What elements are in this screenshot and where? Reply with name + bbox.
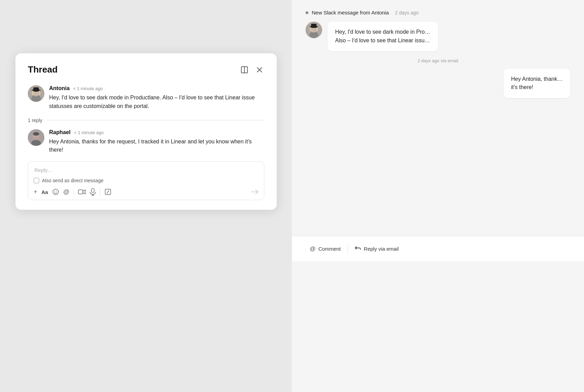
toolbar-middle-group [78, 188, 96, 196]
reply-via-email-label: Reply via email [364, 246, 399, 252]
message-raphael-meta: Raphael < 1 minute ago [49, 129, 264, 135]
reply-count: 1 reply [28, 118, 42, 123]
at-icon: @ [310, 246, 316, 252]
reply-via-email-button[interactable]: Reply via email [351, 242, 403, 255]
raphael-name: Raphael [49, 129, 70, 135]
message-antonia-content: Antonia < 1 minute ago Hey, I'd love to … [49, 85, 264, 111]
notification-text: New Slack message from Antonia [312, 10, 389, 15]
mention-icon[interactable]: @ [63, 188, 69, 196]
right-panel: New Slack message from Antonia 2 days ag… [292, 0, 584, 392]
svg-point-30 [310, 27, 311, 32]
message-antonia: Antonia < 1 minute ago Hey, I'd love to … [28, 85, 264, 111]
comment-label: Comment [318, 246, 341, 252]
message-antonia-meta: Antonia < 1 minute ago [49, 85, 264, 91]
toolbar-divider-1 [74, 188, 74, 195]
svg-point-14 [33, 132, 39, 135]
reply-line [46, 120, 264, 120]
reply-checkbox-row: Also send as direct message [34, 178, 258, 183]
svg-point-15 [34, 137, 38, 139]
toolbar-divider-2 [100, 188, 100, 195]
toolbar-left-group: + Aa @ [34, 188, 69, 196]
svg-point-31 [317, 27, 318, 32]
svg-point-26 [309, 32, 318, 38]
slash-icon[interactable] [104, 188, 111, 195]
svg-point-10 [38, 90, 41, 95]
incoming-bubble-row: Hey, I'd love to see dark mode in Pro…Al… [306, 22, 570, 51]
right-avatar-antonia [306, 22, 322, 38]
incoming-bubble: Hey, I'd love to see dark mode in Pro…Al… [328, 22, 438, 51]
svg-point-9 [32, 90, 34, 95]
svg-rect-19 [78, 190, 83, 194]
avatar-raphael [28, 129, 44, 146]
message-raphael-content: Raphael < 1 minute ago Hey Antonia, than… [49, 129, 264, 155]
svg-point-17 [54, 191, 55, 192]
notification-row: New Slack message from Antonia 2 days ag… [292, 0, 584, 22]
reply-toolbar: + Aa @ [34, 188, 258, 196]
svg-point-16 [53, 189, 58, 195]
right-messages: Hey, I'd love to see dark mode in Pro…Al… [292, 22, 584, 98]
incoming-bubble-text: Hey, I'd love to see dark mode in Pro…Al… [335, 28, 430, 45]
video-icon[interactable] [78, 189, 86, 195]
reply-placeholder[interactable]: Reply... [34, 167, 258, 173]
outgoing-bubble-text: Hey Antonia, thank…it's there! [511, 75, 563, 92]
mic-icon[interactable] [90, 188, 96, 196]
svg-point-18 [56, 191, 57, 192]
via-email-label: 2 days ago via email [306, 58, 570, 63]
raphael-time: < 1 minute ago [74, 130, 103, 135]
svg-rect-8 [33, 87, 39, 91]
action-bar-divider [348, 245, 348, 253]
reply-icon [355, 245, 361, 252]
send-icon[interactable] [251, 188, 258, 195]
direct-message-label: Also send as direct message [42, 178, 103, 183]
close-icon[interactable] [255, 65, 264, 75]
avatar-antonia [28, 85, 44, 102]
font-icon[interactable]: Aa [42, 189, 48, 195]
svg-rect-29 [311, 24, 317, 28]
thread-panel: Thread [15, 53, 277, 210]
split-view-icon[interactable] [240, 65, 249, 75]
antonia-name: Antonia [49, 85, 70, 91]
antonia-time: < 1 minute ago [73, 86, 103, 91]
svg-rect-20 [91, 188, 94, 193]
antonia-message-body: Hey, I'd love to see dark mode in Produc… [49, 94, 264, 111]
emoji-icon[interactable] [52, 188, 59, 195]
outgoing-bubble-row: Hey Antonia, thank…it's there! [306, 69, 570, 98]
add-icon[interactable]: + [34, 188, 37, 196]
svg-line-24 [107, 190, 109, 194]
outgoing-bubble: Hey Antonia, thank…it's there! [504, 69, 570, 98]
direct-message-checkbox[interactable] [34, 178, 39, 183]
message-raphael: Raphael < 1 minute ago Hey Antonia, than… [28, 129, 264, 155]
comment-button[interactable]: @ Comment [306, 243, 345, 255]
notification-time: 2 days ago [395, 10, 419, 15]
notification-dot [306, 11, 308, 14]
action-bar: @ Comment Reply via email [292, 236, 584, 261]
reply-divider: 1 reply [28, 118, 264, 123]
reply-box: Reply... Also send as direct message + A… [28, 161, 264, 200]
raphael-message-body: Hey Antonia, thanks for the request, I t… [49, 138, 264, 155]
thread-title: Thread [28, 64, 58, 75]
thread-header: Thread [28, 64, 264, 75]
thread-header-icons [240, 65, 264, 75]
